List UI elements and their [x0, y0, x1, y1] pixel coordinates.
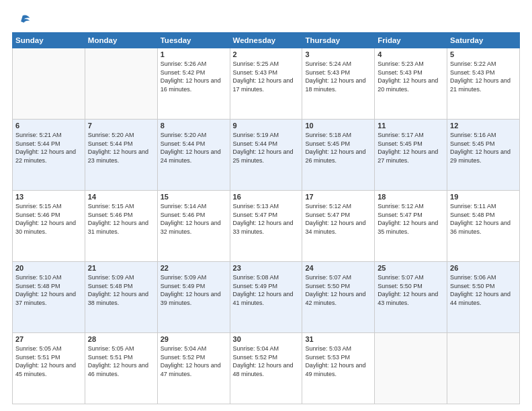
- calendar-day-27: 27Sunrise: 5:05 AM Sunset: 5:51 PM Dayli…: [13, 333, 85, 404]
- calendar-day-1: 1Sunrise: 5:26 AM Sunset: 5:42 PM Daylig…: [157, 48, 230, 120]
- calendar-day-26: 26Sunrise: 5:06 AM Sunset: 5:50 PM Dayli…: [447, 262, 520, 333]
- calendar-week-4: 20Sunrise: 5:10 AM Sunset: 5:48 PM Dayli…: [13, 262, 520, 333]
- calendar-day-12: 12Sunrise: 5:16 AM Sunset: 5:45 PM Dayli…: [447, 120, 520, 191]
- calendar-day-2: 2Sunrise: 5:25 AM Sunset: 5:43 PM Daylig…: [230, 48, 302, 120]
- day-number: 18: [378, 193, 444, 201]
- calendar-day-11: 11Sunrise: 5:17 AM Sunset: 5:45 PM Dayli…: [375, 120, 447, 191]
- weekday-monday: Monday: [85, 33, 157, 48]
- day-info: Sunrise: 5:12 AM Sunset: 5:47 PM Dayligh…: [305, 203, 365, 235]
- weekday-wednesday: Wednesday: [230, 33, 302, 48]
- day-number: 10: [305, 122, 371, 130]
- calendar-week-5: 27Sunrise: 5:05 AM Sunset: 5:51 PM Dayli…: [13, 333, 520, 404]
- day-number: 1: [161, 50, 227, 58]
- calendar-table: SundayMondayTuesdayWednesdayThursdayFrid…: [12, 32, 520, 404]
- calendar-day-4: 4Sunrise: 5:23 AM Sunset: 5:43 PM Daylig…: [375, 48, 447, 120]
- empty-cell: [85, 48, 157, 120]
- day-info: Sunrise: 5:24 AM Sunset: 5:43 PM Dayligh…: [305, 60, 365, 93]
- day-info: Sunrise: 5:09 AM Sunset: 5:48 PM Dayligh…: [88, 274, 148, 306]
- weekday-header-row: SundayMondayTuesdayWednesdayThursdayFrid…: [13, 33, 520, 48]
- day-info: Sunrise: 5:25 AM Sunset: 5:43 PM Dayligh…: [233, 60, 294, 93]
- weekday-saturday: Saturday: [447, 33, 520, 48]
- day-number: 7: [88, 122, 154, 130]
- day-info: Sunrise: 5:20 AM Sunset: 5:44 PM Dayligh…: [88, 132, 148, 164]
- day-number: 12: [450, 122, 517, 130]
- day-number: 20: [15, 264, 82, 272]
- day-info: Sunrise: 5:07 AM Sunset: 5:50 PM Dayligh…: [378, 274, 438, 306]
- day-number: 28: [88, 335, 154, 343]
- day-info: Sunrise: 5:26 AM Sunset: 5:42 PM Dayligh…: [161, 60, 221, 93]
- day-number: 3: [305, 50, 371, 58]
- day-info: Sunrise: 5:11 AM Sunset: 5:48 PM Dayligh…: [450, 203, 511, 235]
- day-info: Sunrise: 5:20 AM Sunset: 5:44 PM Dayligh…: [161, 132, 221, 164]
- calendar-day-24: 24Sunrise: 5:07 AM Sunset: 5:50 PM Dayli…: [302, 262, 375, 333]
- day-number: 23: [233, 264, 300, 272]
- day-number: 27: [15, 335, 82, 343]
- empty-cell: [447, 333, 520, 404]
- day-info: Sunrise: 5:23 AM Sunset: 5:43 PM Dayligh…: [378, 60, 438, 93]
- day-info: Sunrise: 5:05 AM Sunset: 5:51 PM Dayligh…: [15, 345, 76, 377]
- day-info: Sunrise: 5:12 AM Sunset: 5:47 PM Dayligh…: [378, 203, 438, 235]
- day-number: 15: [161, 193, 227, 201]
- day-number: 9: [233, 122, 300, 130]
- day-number: 31: [305, 335, 371, 343]
- day-number: 13: [15, 193, 82, 201]
- day-number: 6: [15, 122, 82, 130]
- calendar-day-18: 18Sunrise: 5:12 AM Sunset: 5:47 PM Dayli…: [375, 191, 447, 262]
- day-info: Sunrise: 5:13 AM Sunset: 5:47 PM Dayligh…: [233, 203, 294, 235]
- day-number: 16: [233, 193, 300, 201]
- day-number: 30: [233, 335, 300, 343]
- page: SundayMondayTuesdayWednesdayThursdayFrid…: [0, 0, 532, 411]
- empty-cell: [375, 333, 447, 404]
- calendar-day-6: 6Sunrise: 5:21 AM Sunset: 5:44 PM Daylig…: [13, 120, 85, 191]
- calendar-day-22: 22Sunrise: 5:09 AM Sunset: 5:49 PM Dayli…: [157, 262, 230, 333]
- day-number: 4: [378, 50, 444, 58]
- calendar-day-25: 25Sunrise: 5:07 AM Sunset: 5:50 PM Dayli…: [375, 262, 447, 333]
- calendar-day-5: 5Sunrise: 5:22 AM Sunset: 5:43 PM Daylig…: [447, 48, 520, 120]
- calendar-day-23: 23Sunrise: 5:08 AM Sunset: 5:49 PM Dayli…: [230, 262, 302, 333]
- day-info: Sunrise: 5:09 AM Sunset: 5:49 PM Dayligh…: [161, 274, 221, 306]
- day-info: Sunrise: 5:15 AM Sunset: 5:46 PM Dayligh…: [15, 203, 76, 235]
- day-number: 26: [450, 264, 517, 272]
- day-number: 8: [161, 122, 227, 130]
- day-number: 17: [305, 193, 371, 201]
- day-number: 29: [161, 335, 227, 343]
- day-info: Sunrise: 5:22 AM Sunset: 5:43 PM Dayligh…: [450, 60, 511, 93]
- day-info: Sunrise: 5:06 AM Sunset: 5:50 PM Dayligh…: [450, 274, 511, 306]
- calendar-week-2: 6Sunrise: 5:21 AM Sunset: 5:44 PM Daylig…: [13, 120, 520, 191]
- header: [12, 12, 520, 27]
- day-info: Sunrise: 5:17 AM Sunset: 5:45 PM Dayligh…: [378, 132, 438, 164]
- day-info: Sunrise: 5:14 AM Sunset: 5:46 PM Dayligh…: [161, 203, 221, 235]
- day-info: Sunrise: 5:08 AM Sunset: 5:49 PM Dayligh…: [233, 274, 294, 306]
- day-number: 11: [378, 122, 444, 130]
- calendar-day-14: 14Sunrise: 5:15 AM Sunset: 5:46 PM Dayli…: [85, 191, 157, 262]
- weekday-sunday: Sunday: [13, 33, 85, 48]
- day-number: 2: [233, 50, 300, 58]
- calendar-day-28: 28Sunrise: 5:05 AM Sunset: 5:51 PM Dayli…: [85, 333, 157, 404]
- calendar-day-17: 17Sunrise: 5:12 AM Sunset: 5:47 PM Dayli…: [302, 191, 375, 262]
- day-number: 24: [305, 264, 371, 272]
- day-info: Sunrise: 5:07 AM Sunset: 5:50 PM Dayligh…: [305, 274, 365, 306]
- calendar-day-20: 20Sunrise: 5:10 AM Sunset: 5:48 PM Dayli…: [13, 262, 85, 333]
- day-number: 25: [378, 264, 444, 272]
- day-info: Sunrise: 5:16 AM Sunset: 5:45 PM Dayligh…: [450, 132, 511, 164]
- calendar-day-8: 8Sunrise: 5:20 AM Sunset: 5:44 PM Daylig…: [157, 120, 230, 191]
- day-info: Sunrise: 5:21 AM Sunset: 5:44 PM Dayligh…: [15, 132, 76, 164]
- weekday-thursday: Thursday: [302, 33, 375, 48]
- weekday-friday: Friday: [375, 33, 447, 48]
- calendar-day-13: 13Sunrise: 5:15 AM Sunset: 5:46 PM Dayli…: [13, 191, 85, 262]
- weekday-tuesday: Tuesday: [157, 33, 230, 48]
- day-info: Sunrise: 5:04 AM Sunset: 5:52 PM Dayligh…: [161, 345, 221, 377]
- day-info: Sunrise: 5:19 AM Sunset: 5:44 PM Dayligh…: [233, 132, 294, 164]
- empty-cell: [13, 48, 85, 120]
- day-number: 14: [88, 193, 154, 201]
- calendar-day-16: 16Sunrise: 5:13 AM Sunset: 5:47 PM Dayli…: [230, 191, 302, 262]
- calendar-day-10: 10Sunrise: 5:18 AM Sunset: 5:45 PM Dayli…: [302, 120, 375, 191]
- calendar-week-3: 13Sunrise: 5:15 AM Sunset: 5:46 PM Dayli…: [13, 191, 520, 262]
- calendar-day-3: 3Sunrise: 5:24 AM Sunset: 5:43 PM Daylig…: [302, 48, 375, 120]
- day-info: Sunrise: 5:18 AM Sunset: 5:45 PM Dayligh…: [305, 132, 365, 164]
- calendar-day-29: 29Sunrise: 5:04 AM Sunset: 5:52 PM Dayli…: [157, 333, 230, 404]
- day-info: Sunrise: 5:15 AM Sunset: 5:46 PM Dayligh…: [88, 203, 148, 235]
- logo: [12, 12, 31, 27]
- day-number: 22: [161, 264, 227, 272]
- day-info: Sunrise: 5:03 AM Sunset: 5:53 PM Dayligh…: [305, 345, 365, 377]
